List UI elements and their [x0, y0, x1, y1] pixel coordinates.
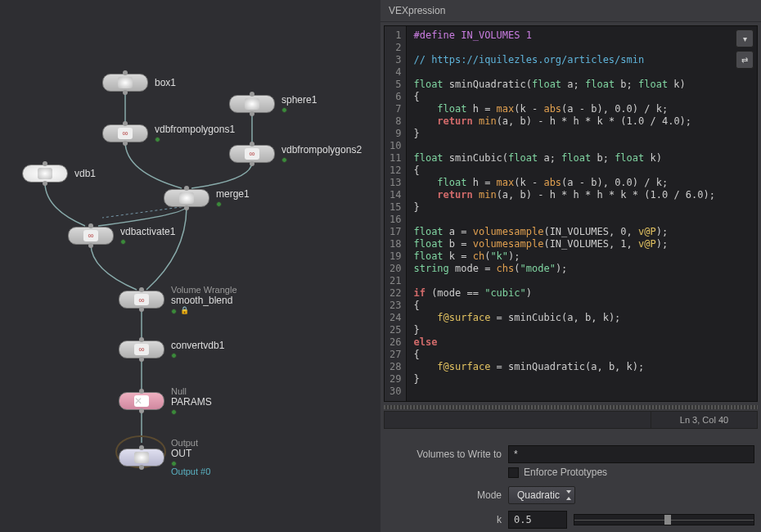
- lock-icon: 🔒: [180, 306, 189, 314]
- volumes-label: Volumes to Write to: [387, 449, 502, 460]
- node-box1[interactable]: box1: [102, 74, 176, 92]
- vexpression-header: VEXpression: [380, 0, 761, 22]
- editor-status-bar: Ln 3, Col 40: [384, 411, 758, 429]
- enforce-prototypes-label: Enforce Prototypes: [524, 467, 607, 478]
- parameter-pane: VEXpression 1234567891011121314151617181…: [380, 0, 761, 532]
- node-graph[interactable]: box1 sphere1 vdbfrompolygons1 vdbfrompol…: [0, 0, 380, 532]
- node-vdb1[interactable]: vdb1: [22, 165, 96, 183]
- k-field[interactable]: 0.5: [508, 511, 567, 529]
- expand-menu-button[interactable]: ▾: [736, 29, 754, 47]
- k-label: k: [387, 514, 502, 525]
- node-merge1[interactable]: merge1: [164, 188, 250, 207]
- node-params[interactable]: ✕ NullPARAMS: [119, 386, 212, 415]
- mode-menu[interactable]: Quadratic: [508, 486, 575, 504]
- node-out[interactable]: Output OUT Output #0: [119, 438, 210, 476]
- node-vdbfrompolygons2[interactable]: vdbfrompolygons2: [229, 144, 362, 163]
- editor-resize-handle[interactable]: [384, 405, 758, 409]
- node-vdbfrompolygons1[interactable]: vdbfrompolygons1: [102, 124, 235, 142]
- node-sphere1[interactable]: sphere1: [229, 94, 317, 113]
- status-cursor-pos: Ln 3, Col 40: [651, 412, 757, 428]
- mode-label: Mode: [387, 489, 502, 501]
- status-path: [385, 412, 651, 428]
- node-vdbactivate1[interactable]: vdbactivate1: [68, 226, 175, 245]
- enforce-prototypes-checkbox[interactable]: [508, 467, 519, 478]
- vex-code-editor[interactable]: 1234567891011121314151617181920212223242…: [384, 25, 758, 402]
- code-body[interactable]: #define IN_VOLUMES 1 // https://iquilezl…: [407, 26, 757, 401]
- k-slider[interactable]: [574, 514, 754, 525]
- code-gutter: 1234567891011121314151617181920212223242…: [385, 26, 407, 401]
- node-smooth-blend[interactable]: Volume Wrangle smooth_blend 🔒: [119, 285, 237, 314]
- external-editor-button[interactable]: ⇄: [736, 51, 754, 69]
- volumes-to-write-field[interactable]: *: [508, 445, 754, 463]
- node-convertvdb1[interactable]: convertvdb1: [119, 340, 224, 358]
